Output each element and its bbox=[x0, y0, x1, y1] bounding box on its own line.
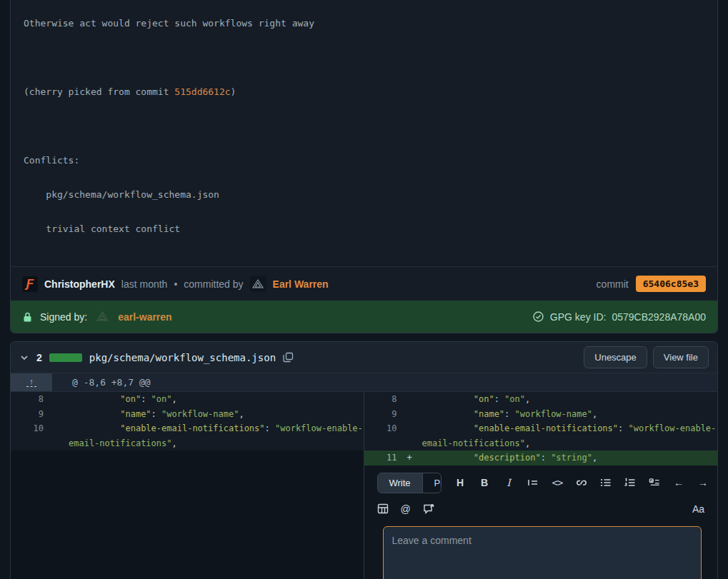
committed-by-text: committed by bbox=[184, 278, 243, 290]
commit-sha-badge[interactable]: 65406c85e3 bbox=[636, 276, 706, 292]
commit-date: last month bbox=[121, 278, 168, 290]
signed-by-label: Signed by: bbox=[40, 311, 87, 323]
dot-separator: • bbox=[174, 278, 177, 290]
triangle-avatar-icon bbox=[251, 278, 264, 290]
committer-name-link[interactable]: Earl Warren bbox=[273, 278, 329, 290]
code-text: "name": "workflow-name", bbox=[69, 407, 364, 422]
editor-toolbar-row1: Write Preview H B I <> bbox=[377, 473, 709, 493]
editor-toolbar-row2: @ Aa bbox=[377, 503, 709, 515]
gpg-signed-row: Signed by: earl-warren GPG key ID: 0579C… bbox=[11, 301, 717, 333]
code-text: "on": "on", bbox=[69, 392, 364, 407]
task-list-icon[interactable] bbox=[649, 478, 660, 488]
file-changes-count: 2 bbox=[36, 352, 42, 363]
commit-word: commit bbox=[597, 278, 629, 290]
inline-comment-editor: Write Preview H B I <> bbox=[364, 465, 718, 579]
diff-line: 8 "on": "on", bbox=[364, 392, 718, 407]
diff-empty-placeholder bbox=[11, 450, 364, 579]
pull-request-files-page: Conversation 23 Commits 12 ± Files chang… bbox=[0, 0, 728, 579]
commit-message: Otherwise act would reject such workflow… bbox=[11, 0, 717, 267]
signer-name-link[interactable]: earl-warren bbox=[118, 311, 171, 323]
gpg-key-label: GPG key ID: bbox=[550, 311, 607, 323]
expand-hunk-button[interactable]: ↑ bbox=[11, 373, 52, 391]
code-icon[interactable]: <> bbox=[552, 477, 563, 488]
copy-path-icon[interactable] bbox=[283, 352, 294, 363]
reference-icon[interactable] bbox=[423, 503, 435, 514]
line-number[interactable]: 8 bbox=[364, 392, 397, 407]
file-header: 2 pkg/schema/workflow_schema.json Unesca… bbox=[11, 342, 717, 373]
ordered-list-icon[interactable] bbox=[624, 478, 636, 488]
code-text: "enable-email-notifications": "workflow-… bbox=[69, 421, 364, 450]
file-diffstat-bar bbox=[49, 353, 82, 362]
file-header-actions: Unescape View file bbox=[584, 346, 709, 368]
line-number[interactable]: 10 bbox=[11, 421, 44, 450]
unescape-button[interactable]: Unescape bbox=[584, 346, 647, 368]
file-diff-box: 2 pkg/schema/workflow_schema.json Unesca… bbox=[10, 341, 718, 579]
diff-line: 9 "name": "workflow-name", bbox=[11, 407, 364, 422]
code-text: "enable-email-notifications": "workflow-… bbox=[422, 421, 718, 450]
outdent-arrow-icon[interactable]: ← bbox=[673, 477, 684, 488]
author-avatar[interactable]: Ƒ bbox=[22, 276, 38, 292]
mention-icon[interactable]: @ bbox=[400, 503, 412, 515]
diff-line-added: 11+ "description": "string", bbox=[364, 450, 718, 465]
link-icon[interactable] bbox=[576, 478, 587, 488]
conflict-note: trivial context conflict bbox=[24, 223, 704, 235]
diff-left-column: 8 "on": "on", 9 "name": "workflow-name",… bbox=[11, 392, 364, 579]
bold-icon[interactable]: B bbox=[479, 477, 490, 488]
diff-line: 8 "on": "on", bbox=[11, 392, 364, 407]
commit-panel: feat: allow workflow description (#5326)… bbox=[10, 0, 718, 333]
hunk-header-text: @ -8,6 +8,7 @@ bbox=[52, 373, 151, 391]
cherry-pick-line: (cherry picked from commit 515dd6612c) bbox=[24, 86, 704, 98]
line-number[interactable]: 8 bbox=[11, 392, 44, 407]
gpg-key-group: GPG key ID: 0579CB2928A78A00 bbox=[532, 311, 706, 323]
conflict-file: pkg/schema/workflow_schema.json bbox=[24, 189, 704, 201]
conflicts-label: Conflicts: bbox=[24, 155, 704, 166]
expand-up-icon: ↑ bbox=[26, 378, 36, 387]
diff-right-column: 8 "on": "on", 9 "name": "workflow-name",… bbox=[364, 392, 718, 579]
commit-message-line: Otherwise act would reject such workflow… bbox=[24, 18, 704, 29]
commit-author-row: Ƒ ChristopherHX last month • committed b… bbox=[11, 267, 717, 301]
line-number[interactable]: 9 bbox=[11, 407, 44, 422]
view-file-button[interactable]: View file bbox=[653, 346, 709, 368]
font-toggle[interactable]: Aa bbox=[692, 503, 704, 515]
line-number[interactable]: 10 bbox=[364, 421, 397, 450]
preview-tab[interactable]: Preview bbox=[422, 473, 442, 493]
verified-badge-icon bbox=[532, 311, 544, 323]
table-icon[interactable] bbox=[377, 503, 389, 514]
line-number[interactable]: 11 bbox=[364, 450, 397, 465]
split-diff: 8 "on": "on", 9 "name": "workflow-name",… bbox=[11, 392, 717, 579]
comment-input[interactable] bbox=[383, 526, 702, 579]
commit-sha-group: commit 65406c85e3 bbox=[597, 276, 706, 292]
file-path: pkg/schema/workflow_schema.json bbox=[89, 352, 276, 363]
added-sign: + bbox=[397, 450, 422, 465]
write-tab[interactable]: Write bbox=[378, 473, 422, 493]
chevron-down-icon[interactable] bbox=[19, 353, 29, 363]
lock-icon bbox=[22, 311, 33, 323]
quote-icon[interactable] bbox=[527, 478, 539, 488]
editor-mode-tabs: Write Preview bbox=[377, 473, 442, 493]
code-text: "on": "on", bbox=[422, 392, 718, 407]
unordered-list-icon[interactable] bbox=[600, 478, 612, 488]
author-name-link[interactable]: ChristopherHX bbox=[44, 278, 115, 290]
hunk-header-row: ↑ @ -8,6 +8,7 @@ bbox=[11, 373, 717, 392]
diff-line: 10 "enable-email-notifications": "workfl… bbox=[11, 421, 364, 450]
cherry-pick-sha-link[interactable]: 515dd6612c bbox=[174, 86, 230, 97]
signer-avatar[interactable] bbox=[94, 308, 111, 325]
indent-arrow-icon[interactable]: → bbox=[697, 477, 709, 488]
diff-line: 10 "enable-email-notifications": "workfl… bbox=[364, 421, 718, 450]
code-text: "description": "string", bbox=[422, 450, 718, 465]
diff-line: 9 "name": "workflow-name", bbox=[364, 407, 718, 422]
line-number[interactable]: 9 bbox=[364, 407, 397, 422]
gpg-key-id: 0579CB2928A78A00 bbox=[612, 311, 706, 323]
committer-avatar[interactable] bbox=[250, 276, 266, 292]
italic-icon[interactable]: I bbox=[503, 477, 514, 488]
triangle-avatar-icon bbox=[96, 311, 109, 323]
heading-icon[interactable]: H bbox=[454, 477, 466, 488]
code-text: "name": "workflow-name", bbox=[422, 407, 718, 422]
